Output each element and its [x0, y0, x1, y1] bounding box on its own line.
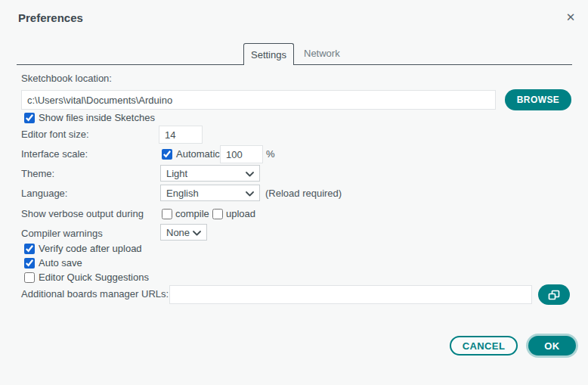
tab-underline-left — [17, 64, 243, 65]
boards-urls-label: Additional boards manager URLs: — [21, 288, 169, 300]
auto-save-label: Auto save — [39, 257, 82, 269]
reload-required-note: (Reload required) — [265, 188, 342, 199]
tab-underline-right — [294, 64, 572, 65]
show-files-checkbox[interactable] — [24, 113, 35, 123]
compiler-warnings-select[interactable]: None — [160, 224, 207, 241]
upload-checkbox[interactable] — [212, 209, 223, 219]
theme-label: Theme: — [21, 168, 54, 179]
automatic-label: Automatic — [176, 148, 220, 160]
tab-network[interactable]: Network — [304, 48, 340, 59]
verify-code-checkbox-row[interactable]: Verify code after upload — [24, 242, 142, 255]
ok-button[interactable]: OK — [528, 336, 576, 356]
chevron-down-icon — [246, 188, 254, 199]
tab-settings-label: Settings — [251, 49, 286, 61]
verify-code-checkbox[interactable] — [24, 244, 35, 254]
boards-urls-input[interactable] — [169, 285, 532, 304]
verify-code-label: Verify code after upload — [39, 243, 142, 254]
dialog-title: Preferences — [18, 11, 83, 24]
boards-urls-edit-button[interactable] — [538, 284, 570, 305]
interface-scale-label: Interface scale: — [21, 148, 88, 160]
show-files-label: Show files inside Sketches — [39, 112, 155, 123]
preferences-dialog: Preferences ✕ Settings Network Sketchboo… — [0, 0, 588, 385]
language-select-value: English — [166, 188, 199, 199]
language-select[interactable]: English — [160, 185, 260, 201]
auto-save-checkbox[interactable] — [24, 258, 35, 269]
tab-settings[interactable]: Settings — [243, 43, 294, 65]
compiler-warnings-value: None — [166, 227, 190, 238]
auto-save-checkbox-row[interactable]: Auto save — [24, 256, 82, 269]
quick-suggestions-label: Editor Quick Suggestions — [39, 272, 149, 283]
automatic-checkbox[interactable] — [162, 149, 172, 160]
percent-label: % — [266, 148, 275, 160]
cancel-button[interactable]: CANCEL — [450, 336, 518, 356]
language-label: Language: — [21, 188, 67, 199]
compile-label: compile — [175, 208, 209, 219]
upload-label: upload — [226, 208, 255, 219]
interface-scale-input[interactable] — [220, 145, 263, 163]
compile-checkbox[interactable] — [162, 209, 172, 219]
close-icon[interactable]: ✕ — [562, 9, 579, 26]
quick-suggestions-checkbox[interactable] — [24, 272, 35, 283]
windows-overlap-icon — [547, 289, 561, 301]
sketchbook-location-input[interactable] — [21, 90, 496, 110]
show-files-checkbox-row[interactable]: Show files inside Sketches — [24, 111, 155, 124]
quick-suggestions-checkbox-row[interactable]: Editor Quick Suggestions — [24, 271, 149, 284]
browse-button[interactable]: BROWSE — [505, 89, 571, 110]
automatic-checkbox-row[interactable]: Automatic — [162, 147, 220, 160]
theme-select-value: Light — [166, 168, 187, 179]
chevron-down-icon — [193, 227, 201, 238]
compile-checkbox-row[interactable]: compile — [162, 207, 209, 220]
compiler-warnings-label: Compiler warnings — [21, 228, 103, 239]
verbose-output-label: Show verbose output during — [21, 208, 144, 219]
upload-checkbox-row[interactable]: upload — [212, 207, 255, 220]
chevron-down-icon — [246, 168, 254, 179]
theme-select[interactable]: Light — [160, 165, 260, 182]
font-size-label: Editor font size: — [21, 129, 89, 140]
font-size-input[interactable] — [159, 126, 203, 144]
sketchbook-location-label: Sketchbook location: — [21, 73, 112, 84]
